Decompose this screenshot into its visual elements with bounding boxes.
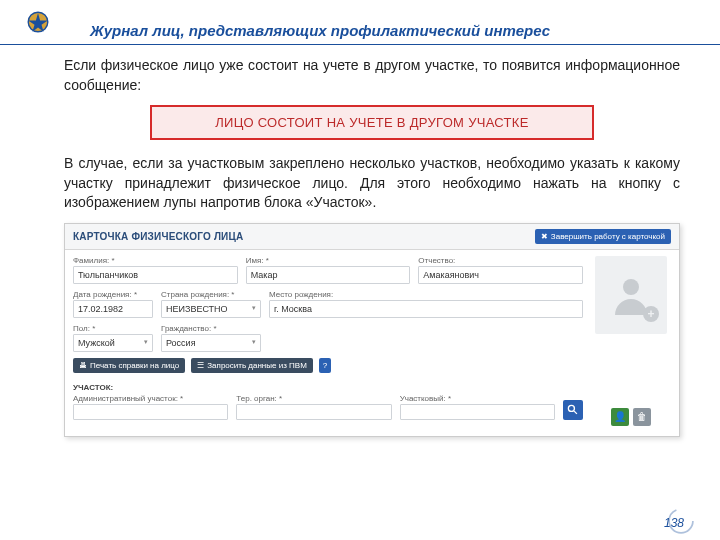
- card-title: КАРТОЧКА ФИЗИЧЕСКОГО ЛИЦА: [73, 231, 243, 242]
- dob-label: Дата рождения: *: [73, 290, 153, 299]
- sex-label: Пол: *: [73, 324, 153, 333]
- svg-line-2: [575, 412, 578, 415]
- surname-label: Фамилия: *: [73, 256, 238, 265]
- adm-label: Административный участок: *: [73, 394, 228, 403]
- card-header: КАРТОЧКА ФИЗИЧЕСКОГО ЛИЦА Завершить рабо…: [65, 224, 679, 250]
- lookup-button[interactable]: [563, 400, 583, 420]
- patronymic-input[interactable]: Амакаянович: [418, 266, 583, 284]
- dob-input[interactable]: 17.02.1982: [73, 300, 153, 318]
- svg-point-1: [569, 406, 575, 412]
- officer-label: Участковый: *: [400, 394, 555, 403]
- citizenship-label: Гражданство: *: [161, 324, 261, 333]
- list-icon: ☰: [197, 361, 204, 370]
- print-button[interactable]: 🖶 Печать справки на лицо: [73, 358, 185, 373]
- ter-label: Тер. орган: *: [236, 394, 391, 403]
- upload-photo-button[interactable]: 👤: [611, 408, 629, 426]
- country-label: Страна рождения: *: [161, 290, 261, 299]
- citizenship-select[interactable]: Россия: [161, 334, 261, 352]
- form-screenshot: КАРТОЧКА ФИЗИЧЕСКОГО ЛИЦА Завершить рабо…: [64, 223, 680, 437]
- info-button[interactable]: ?: [319, 358, 331, 373]
- add-photo-icon: +: [643, 306, 659, 322]
- page-number: 138: [664, 516, 684, 530]
- close-card-label: Завершить работу с карточкой: [551, 232, 665, 241]
- name-input[interactable]: Макар: [246, 266, 411, 284]
- close-icon: [541, 232, 548, 241]
- ter-input[interactable]: [236, 404, 391, 420]
- form-area: Фамилия: * Тюльпанчиков Имя: * Макар Отч…: [73, 256, 583, 426]
- magnifier-icon: [567, 404, 578, 415]
- print-icon: 🖶: [79, 361, 87, 370]
- title-bar: Журнал лиц, представляющих профилактичес…: [0, 22, 720, 45]
- intro-paragraph-2: В случае, если за участковым закреплено …: [64, 154, 680, 213]
- warning-alert: ЛИЦО СОСТОИТ НА УЧЕТЕ В ДРУГОМ УЧАСТКЕ: [150, 105, 594, 140]
- patronymic-label: Отчество:: [418, 256, 583, 265]
- content-area: Если физическое лицо уже состоит на учет…: [64, 56, 680, 437]
- section-label: УЧАСТОК:: [73, 383, 583, 392]
- country-select[interactable]: НЕИЗВЕСТНО: [161, 300, 261, 318]
- close-card-button[interactable]: Завершить работу с карточкой: [535, 229, 671, 244]
- birthplace-input[interactable]: г. Москва: [269, 300, 583, 318]
- name-label: Имя: *: [246, 256, 411, 265]
- info-icon: ?: [323, 361, 327, 370]
- intro-paragraph-1: Если физическое лицо уже состоит на учет…: [64, 56, 680, 95]
- birthplace-label: Место рождения:: [269, 290, 583, 299]
- svg-point-3: [623, 279, 639, 295]
- user-plus-icon: 👤: [614, 411, 626, 422]
- officer-input[interactable]: [400, 404, 555, 420]
- print-label: Печать справки на лицо: [90, 361, 179, 370]
- surname-input[interactable]: Тюльпанчиков: [73, 266, 238, 284]
- avatar-placeholder: +: [595, 256, 667, 334]
- delete-photo-button[interactable]: 🗑: [633, 408, 651, 426]
- page-title: Журнал лиц, представляющих профилактичес…: [90, 22, 550, 39]
- sex-select[interactable]: Мужской: [73, 334, 153, 352]
- trash-icon: 🗑: [637, 411, 647, 422]
- adm-input[interactable]: [73, 404, 228, 420]
- fetch-label: Запросить данные из ПВМ: [207, 361, 307, 370]
- avatar-area: + 👤 🗑: [591, 256, 671, 426]
- fetch-button[interactable]: ☰ Запросить данные из ПВМ: [191, 358, 313, 373]
